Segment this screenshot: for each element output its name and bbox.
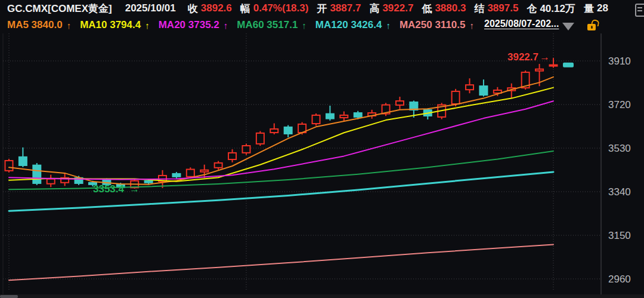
up-arrow-icon: ↑: [224, 20, 228, 30]
field-value: 0.47%(18.3): [253, 2, 309, 14]
instrument-symbol: GC.CMX[COMEX黄金]: [7, 2, 112, 16]
date-range-selector[interactable]: 2025/08/07-202...: [484, 19, 559, 29]
quote-field: 开3887.7: [317, 2, 361, 16]
field-value: 3892.6: [201, 2, 232, 14]
right-arrow-icon: →: [540, 51, 550, 63]
current-price-tag: [563, 63, 574, 67]
field-value: 3897.5: [487, 2, 518, 14]
up-arrow-icon: ↑: [145, 20, 150, 30]
ma-label: MA120 3426.4: [315, 19, 382, 31]
ma-legend-item-ma10[interactable]: MA10 3794.4↑: [80, 19, 150, 31]
quote-header: GC.CMX[COMEX黄金] 2025/10/01 收3892.6幅0.47%…: [0, 0, 644, 17]
window-icon[interactable]: [635, 4, 644, 17]
svg-text:3340: 3340: [608, 186, 631, 198]
svg-text:3720: 3720: [608, 99, 631, 110]
trading-app-kline-view: { "colors": { "up": "#ef3125", "down": "…: [0, 0, 644, 298]
gridlines: 391037203530334031502960: [3, 33, 631, 291]
up-arrow-icon: ↑: [469, 20, 474, 30]
ma-legend-item-ma120[interactable]: MA120 3426.4↑: [315, 19, 391, 31]
ma-label: MA60 3517.1: [237, 19, 298, 31]
field-label: 量: [584, 2, 594, 16]
field-label: 收: [188, 2, 198, 16]
ma-lines: [9, 77, 553, 280]
quote-field: 结3897.5: [474, 2, 518, 16]
field-label: 低: [422, 2, 432, 16]
ma-label: MA10 3794.4: [80, 19, 141, 31]
field-value: 40.12万: [540, 2, 575, 16]
ma-legend-item-ma5[interactable]: MA5 3840.0↑: [7, 19, 71, 31]
field-label: 仓: [527, 2, 537, 16]
svg-text:3150: 3150: [608, 230, 631, 241]
ma-line-ma20: [9, 101, 553, 179]
candlestick-chart[interactable]: 391037203530334031502960: [0, 33, 644, 298]
unlock-icon[interactable]: [587, 20, 598, 32]
high-price-annotation: 3922.7→: [507, 51, 550, 63]
ma-legend-item-ma60[interactable]: MA60 3517.1↑: [237, 19, 306, 31]
svg-text:2960: 2960: [608, 274, 631, 285]
quote-field: 低3880.3: [422, 2, 466, 16]
ma-label: MA20 3735.2: [159, 19, 219, 31]
field-label: 高: [369, 2, 379, 16]
quote-date: 2025/10/01: [125, 2, 176, 14]
ma-legend-items: MA5 3840.0↑MA10 3794.4↑MA20 3735.2↑MA60 …: [7, 19, 483, 31]
quote-field: 收3892.6: [188, 2, 232, 16]
svg-text:3530: 3530: [608, 143, 631, 154]
quote-field: 高3922.7: [369, 2, 413, 16]
chevron-down-icon[interactable]: [562, 23, 574, 30]
field-label: 幅: [240, 2, 250, 16]
quote-field: 量28: [584, 2, 608, 16]
ma-legend-item-ma250[interactable]: MA250 3110.5↑: [400, 19, 474, 31]
bottom-scrollbar-track: [0, 294, 644, 298]
quote-fields: 收3892.6幅0.47%(18.3)开3887.7高3922.7低3880.3…: [188, 2, 617, 16]
ma-legend-item-ma20[interactable]: MA20 3735.2↑: [159, 19, 228, 31]
quote-field: 幅0.47%(18.3): [240, 2, 309, 16]
field-value: 3887.7: [330, 2, 361, 14]
field-label: 结: [474, 2, 484, 16]
right-arrow-icon: →: [129, 183, 140, 195]
bottom-scrollbar-thumb[interactable]: [0, 295, 18, 298]
up-arrow-icon: ↑: [386, 20, 391, 30]
kline-chart-area[interactable]: 391037203530334031502960 3922.7→ 3353.4→: [0, 33, 644, 298]
candles: [5, 58, 558, 189]
svg-text:3910: 3910: [608, 56, 631, 67]
ma-line-ma120: [9, 172, 553, 211]
field-value: 3880.3: [435, 2, 466, 14]
field-label: 开: [317, 2, 327, 16]
field-value: 3922.7: [382, 2, 413, 14]
low-price-annotation: 3353.4→: [93, 183, 140, 195]
quote-field: 仓40.12万: [527, 2, 575, 16]
ma-label: MA250 3110.5: [400, 19, 466, 31]
ma-label: MA5 3840.0: [7, 19, 63, 31]
ma-line-ma250: [9, 244, 553, 280]
up-arrow-icon: ↑: [67, 20, 72, 30]
field-value: 28: [597, 2, 608, 14]
up-arrow-icon: ↑: [302, 20, 306, 30]
